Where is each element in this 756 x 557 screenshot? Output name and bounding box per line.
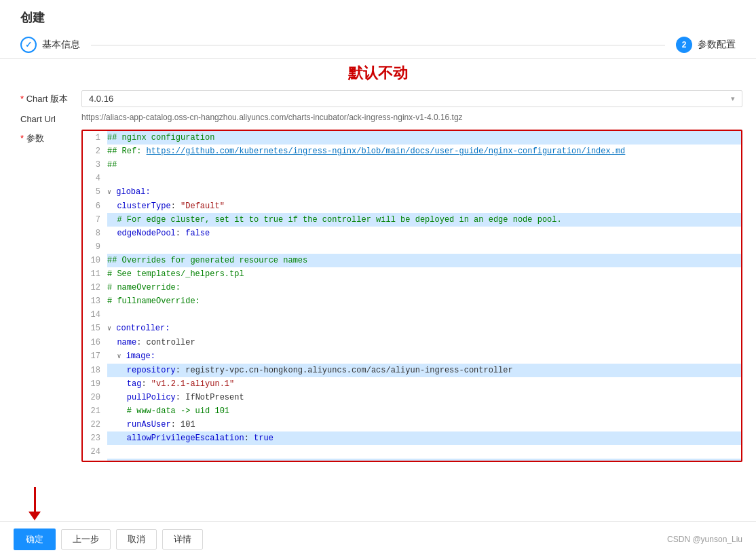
line-number: 25: [83, 459, 107, 462]
line-number: 5: [83, 185, 107, 199]
code-line: 6 clusterType: "Default": [83, 199, 741, 213]
step-1-circle: ✓: [20, 37, 37, 53]
line-number: 6: [83, 199, 107, 213]
line-number: 11: [83, 267, 107, 281]
code-line: 12 # nameOverride:: [83, 281, 741, 294]
line-number: 16: [83, 336, 107, 349]
code-line: 23 allowPrivilegeEscalation: true: [83, 431, 741, 445]
line-number: 14: [83, 308, 107, 322]
code-line: 20 pullPolicy: IfNotPresent: [83, 391, 741, 404]
code-line: 5 ∨ global:: [83, 185, 741, 199]
arrow-shaft: [34, 487, 36, 512]
code-line: 10 ## Overrides for generated resource n…: [83, 254, 741, 267]
line-content: # See templates/_helpers.tpl: [107, 267, 741, 281]
detail-button[interactable]: 详情: [162, 529, 203, 550]
line-number: 17: [83, 349, 107, 364]
line-content: # nameOverride:: [107, 281, 741, 294]
line-number: 21: [83, 404, 107, 418]
page-header: 创建: [0, 0, 756, 31]
line-content: ## Overrides for generated resource name…: [107, 254, 741, 267]
code-line: 11 # See templates/_helpers.tpl: [83, 267, 741, 281]
default-no-move-banner: 默认不动: [0, 59, 756, 86]
code-line: 8 edgeNodePool: false: [83, 227, 741, 240]
arrow-indicator: [29, 487, 41, 520]
code-line: 16 name: controller: [83, 336, 741, 349]
code-line: 25 # Use an existing PSP instead of crea…: [83, 459, 741, 462]
code-editor[interactable]: 1 ## nginx configuration 2 ## Ref: https…: [81, 130, 742, 462]
line-content: [107, 445, 741, 459]
steps-bar: ✓ 基本信息 2 参数配置: [0, 31, 756, 59]
cancel-button[interactable]: 取消: [116, 529, 157, 550]
code-line: 9: [83, 240, 741, 254]
code-line: 14: [83, 308, 741, 322]
line-content: [107, 308, 741, 322]
line-number: 20: [83, 391, 107, 404]
back-button[interactable]: 上一步: [61, 529, 111, 550]
line-number: 1: [83, 131, 107, 145]
line-number: 13: [83, 294, 107, 308]
line-content: ∨ global:: [107, 185, 741, 199]
params-field: * 参数 1 ## nginx configuration 2 ## Ref: …: [20, 130, 742, 462]
line-content: # fullnameOverride:: [107, 294, 741, 308]
footer-bar: 确定 上一步 取消 详情 CSDN @yunson_Liu: [0, 521, 756, 557]
step-1: ✓ 基本信息: [20, 37, 80, 53]
line-number: 12: [83, 281, 107, 294]
line-number: 8: [83, 227, 107, 240]
line-content: # Use an existing PSP instead of creatin…: [107, 459, 741, 462]
chart-version-select[interactable]: 4.0.16 ▾: [81, 90, 742, 107]
line-content: clusterType: "Default": [107, 199, 741, 213]
chart-url-value: https://aliacs-app-catalog.oss-cn-hangzh…: [81, 113, 742, 122]
main-content: * Chart 版本 4.0.16 ▾ Chart Url https://al…: [0, 86, 756, 462]
code-line: 18 repository: registry-vpc.cn-hongkong.…: [83, 364, 741, 377]
step-2-label: 参数配置: [698, 39, 736, 51]
line-content: repository: registry-vpc.cn-hongkong.ali…: [107, 364, 741, 377]
line-number: 9: [83, 240, 107, 254]
line-number: 19: [83, 377, 107, 391]
line-number: 18: [83, 364, 107, 377]
code-line: 4: [83, 172, 741, 185]
step-2-circle: 2: [676, 37, 692, 53]
line-content: # For edge cluster, set it to true if th…: [107, 213, 741, 227]
line-content: tag: "v1.2.1-aliyun.1": [107, 377, 741, 391]
line-number: 3: [83, 158, 107, 172]
step-line: [91, 45, 665, 45]
line-number: 23: [83, 431, 107, 445]
line-content: [107, 172, 741, 185]
code-line: 24: [83, 445, 741, 459]
chart-version-value: 4.0.16: [89, 94, 113, 104]
line-content: ##: [107, 158, 741, 172]
line-content: ∨ controller:: [107, 322, 741, 336]
params-label: * 参数: [20, 130, 81, 145]
copyright: CSDN @yunson_Liu: [667, 535, 742, 544]
arrow-head-icon: [29, 512, 41, 520]
line-number: 2: [83, 145, 107, 158]
line-content: pullPolicy: IfNotPresent: [107, 391, 741, 404]
code-line: 21 # www-data -> uid 101: [83, 404, 741, 418]
code-line: 7 # For edge cluster, set it to true if …: [83, 213, 741, 227]
line-content: name: controller: [107, 336, 741, 349]
line-content: [107, 240, 741, 254]
line-number: 10: [83, 254, 107, 267]
line-content: # www-data -> uid 101: [107, 404, 741, 418]
step-1-label: 基本信息: [42, 39, 80, 51]
confirm-button[interactable]: 确定: [14, 529, 56, 550]
line-number: 15: [83, 322, 107, 336]
code-line: 3 ##: [83, 158, 741, 172]
line-number: 7: [83, 213, 107, 227]
line-content: ## nginx configuration: [107, 131, 741, 145]
step-2: 2 参数配置: [676, 37, 736, 53]
line-content: ## Ref: https://github.com/kubernetes/in…: [107, 145, 741, 158]
line-content: edgeNodePool: false: [107, 227, 741, 240]
code-line: 2 ## Ref: https://github.com/kubernetes/…: [83, 145, 741, 158]
line-content: allowPrivilegeEscalation: true: [107, 431, 741, 445]
line-number: 4: [83, 172, 107, 185]
chevron-down-icon: ▾: [731, 94, 735, 103]
line-number: 22: [83, 418, 107, 431]
code-line: 17 ∨ image:: [83, 349, 741, 364]
line-content: ∨ image:: [107, 349, 741, 364]
code-line: 13 # fullnameOverride:: [83, 294, 741, 308]
line-number: 24: [83, 445, 107, 459]
chart-url-field: Chart Url https://aliacs-app-catalog.oss…: [20, 113, 742, 124]
code-line: 22 runAsUser: 101: [83, 418, 741, 431]
code-line: 15 ∨ controller:: [83, 322, 741, 336]
